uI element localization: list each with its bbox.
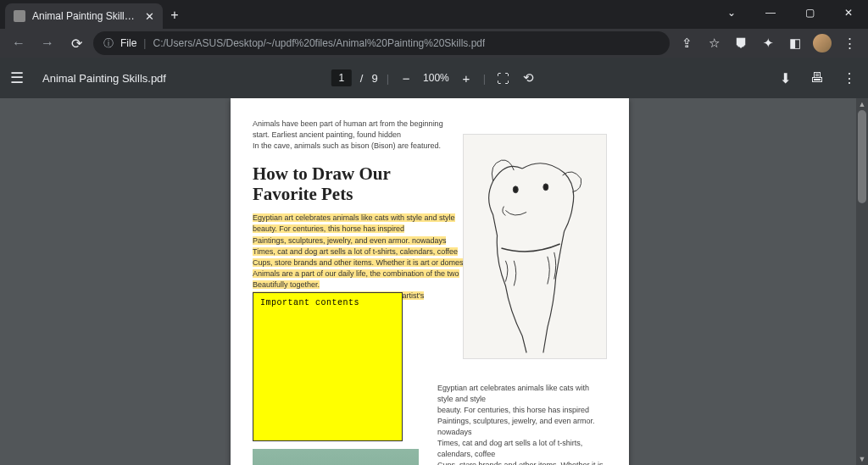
text-line: beauty. For centuries, this horse has in… bbox=[437, 405, 605, 416]
text-line: Times, cat and dog art sells a lot of t-… bbox=[437, 438, 605, 460]
tab-title: Animal Painting Skills.pdf bbox=[32, 10, 136, 22]
side-panel-icon[interactable]: ◧ bbox=[783, 31, 807, 55]
tab-close-icon[interactable]: ✕ bbox=[142, 9, 156, 23]
svg-point-0 bbox=[513, 186, 518, 193]
scroll-thumb[interactable] bbox=[858, 110, 866, 203]
nav-forward-button: → bbox=[36, 31, 59, 55]
tab-favicon bbox=[14, 10, 25, 22]
page-separator: / bbox=[360, 72, 364, 85]
dog-photo-image bbox=[253, 449, 419, 465]
pdf-toolbar: ☰ Animal Painting Skills.pdf / 9 | − 100… bbox=[0, 58, 868, 98]
url-separator: | bbox=[143, 37, 146, 49]
sticky-note[interactable]: Important contents bbox=[253, 292, 403, 441]
nav-back-button[interactable]: ← bbox=[7, 31, 31, 55]
pdf-more-icon[interactable]: ⋮ bbox=[841, 69, 858, 86]
fit-page-icon[interactable]: ⛶ bbox=[494, 69, 511, 86]
rotate-icon[interactable]: ⟲ bbox=[520, 69, 537, 86]
vertical-scrollbar[interactable]: ▲ ▼ bbox=[856, 98, 868, 465]
text-line: Animals have been part of human art from… bbox=[253, 119, 607, 130]
window-minimize-button[interactable]: — bbox=[751, 0, 790, 25]
pdf-viewport[interactable]: Animals have been part of human art from… bbox=[0, 98, 868, 465]
zoom-in-button[interactable]: + bbox=[458, 69, 475, 86]
bookmark-icon[interactable]: ☆ bbox=[702, 31, 726, 55]
scroll-down-icon[interactable]: ▼ bbox=[856, 453, 868, 465]
svg-point-1 bbox=[543, 184, 548, 191]
highlight-line: beauty. For centuries, this horse has in… bbox=[253, 224, 404, 233]
pdf-menu-icon[interactable]: ☰ bbox=[10, 69, 31, 87]
window-chevron-icon[interactable]: ⌄ bbox=[712, 0, 751, 25]
note-text: Important contents bbox=[260, 298, 359, 307]
highlight-line: Times, cat and dog art sells a lot of t-… bbox=[253, 247, 458, 256]
address-bar[interactable]: ⓘ File | C:/Users/ASUS/Desktop/~/updf%20… bbox=[93, 31, 670, 55]
window-maximize-button[interactable]: ▢ bbox=[790, 0, 829, 25]
zoom-out-button[interactable]: − bbox=[398, 69, 415, 86]
dog-sketch-image bbox=[463, 134, 607, 359]
browser-toolbar: ← → ⟳ ⓘ File | C:/Users/ASUS/Desktop/~/u… bbox=[0, 29, 868, 58]
highlight-line: Cups, store brands and other items. Whet… bbox=[253, 258, 471, 267]
download-icon[interactable]: ⬇ bbox=[776, 69, 793, 86]
profile-avatar[interactable] bbox=[810, 31, 834, 55]
pdf-page: Animals have been part of human art from… bbox=[231, 98, 629, 465]
pdf-title: Animal Painting Skills.pdf bbox=[42, 72, 166, 85]
browser-tab[interactable]: Animal Painting Skills.pdf ✕ bbox=[5, 3, 163, 29]
highlight-line: Beautifully together. bbox=[253, 280, 320, 289]
scroll-up-icon[interactable]: ▲ bbox=[856, 98, 868, 110]
page-total: 9 bbox=[371, 72, 377, 85]
browser-menu-icon[interactable]: ⋮ bbox=[837, 31, 861, 55]
text-line: Cups, store brands and other items. Whet… bbox=[437, 460, 605, 465]
url-scheme: File bbox=[120, 37, 136, 49]
text-line: Paintings, sculptures, jewelry, and even… bbox=[437, 416, 605, 438]
file-icon: ⓘ bbox=[103, 36, 114, 51]
new-tab-button[interactable]: + bbox=[163, 3, 186, 27]
shield-icon[interactable]: ⛊ bbox=[729, 31, 753, 55]
text-line: Egyptian art celebrates animals like cat… bbox=[437, 383, 605, 405]
highlight-line: Paintings, sculptures, jewelry, and even… bbox=[253, 236, 446, 245]
share-icon[interactable]: ⇪ bbox=[675, 31, 698, 55]
browser-titlebar: Animal Painting Skills.pdf ✕ + ⌄ — ▢ ✕ bbox=[0, 0, 868, 29]
zoom-value: 100% bbox=[423, 72, 449, 84]
nav-reload-button[interactable]: ⟳ bbox=[64, 31, 88, 55]
print-icon[interactable]: 🖶 bbox=[809, 69, 826, 86]
window-close-button[interactable]: ✕ bbox=[829, 0, 868, 25]
highlight-line: Egyptian art celebrates animals like cat… bbox=[253, 213, 455, 222]
page-number-input[interactable] bbox=[331, 69, 352, 86]
url-path: C:/Users/ASUS/Desktop/~/updf%20files/Ani… bbox=[153, 37, 485, 49]
right-column-text: Egyptian art celebrates animals like cat… bbox=[437, 383, 605, 465]
extensions-icon[interactable]: ✦ bbox=[756, 31, 780, 55]
highlight-line: Animals are a part of our daily life, th… bbox=[253, 269, 459, 278]
window-controls: ⌄ — ▢ ✕ bbox=[712, 0, 868, 25]
